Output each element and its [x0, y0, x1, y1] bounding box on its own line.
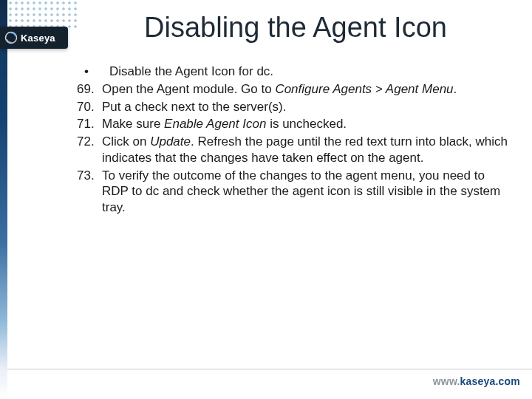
left-gradient-strip [0, 0, 7, 399]
footer-divider [7, 369, 532, 369]
list-item: 70.Put a check next to the server(s). [77, 99, 513, 115]
list-item: 73.To verify the outcome of the changes … [77, 168, 513, 216]
footer-url: www.kaseya.com [433, 375, 520, 387]
list-text: Click on Update. Refresh the page until … [102, 134, 513, 166]
instruction-list: • Disable the Agent Icon for dc. 69.Open… [77, 64, 513, 217]
dot-grid-decoration [7, 0, 78, 30]
list-text: Disable the Agent Icon for dc. [109, 64, 513, 80]
brand-name: Kaseya [21, 33, 55, 44]
list-marker: 72. [77, 134, 102, 166]
list-marker: 73. [77, 168, 102, 216]
brand-badge: Kaseya [0, 27, 68, 49]
list-text: Make sure Enable Agent Icon is unchecked… [102, 116, 513, 132]
footer-url-prefix: www. [433, 375, 460, 387]
list-marker: 71. [77, 116, 102, 132]
list-marker: • [77, 64, 109, 80]
list-marker: 69. [77, 81, 102, 98]
list-item: 69.Open the Agent module. Go to Configur… [77, 81, 513, 98]
list-item: 72.Click on Update. Refresh the page unt… [77, 134, 513, 166]
list-marker: 70. [77, 99, 102, 115]
footer-url-domain: kaseya.com [460, 375, 520, 387]
list-intro: • Disable the Agent Icon for dc. [77, 64, 513, 80]
brand-mark-icon [4, 31, 18, 44]
list-text: Put a check next to the server(s). [102, 99, 513, 115]
list-text: To verify the outcome of the changes to … [102, 168, 513, 216]
list-text: Open the Agent module. Go to Configure A… [102, 81, 513, 98]
page-title: Disabling the Agent Icon [81, 12, 510, 44]
list-item: 71.Make sure Enable Agent Icon is unchec… [77, 116, 513, 132]
